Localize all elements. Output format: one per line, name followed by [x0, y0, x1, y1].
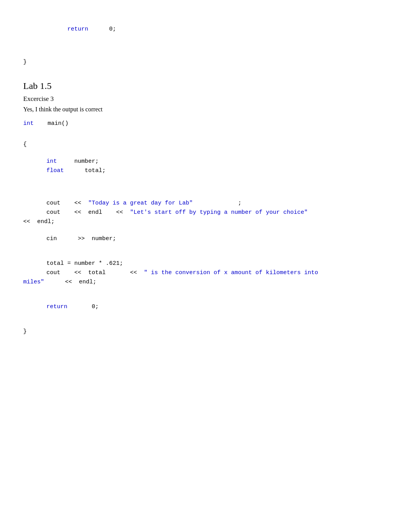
top-return-keyword: return [67, 26, 88, 32]
main-code-block: int main() { int number; float total; co… [23, 119, 372, 336]
main-func: main() [34, 120, 68, 127]
int-number-line: int number; [23, 157, 372, 166]
top-return-line: return 0; [23, 15, 372, 43]
int-number-keyword: int [46, 158, 57, 165]
cout2-line: cout << endl << "Let's start off by typi… [23, 208, 372, 217]
cout2-endl-line: << endl; [23, 217, 372, 227]
miles-suffix: miles" [23, 279, 44, 285]
cout2-pre: cout << endl << [46, 209, 130, 216]
cout3-string: " is the conversion of x amount of kilom… [144, 269, 318, 276]
top-return-value: 0; [88, 26, 116, 32]
cout3-endl: << endl; [44, 279, 96, 285]
total-calc-line: total = number * .621; [23, 259, 372, 268]
return-line: return 0; [23, 302, 372, 312]
total-decl: total; [64, 167, 106, 174]
closing-brace: } [23, 327, 372, 336]
answer-text: Yes, I think the output is correct [23, 106, 372, 113]
open-brace-line: { [23, 140, 372, 149]
float-total-line: float total; [23, 166, 372, 176]
cout2-string: "Let's start off by typing a number of y… [130, 209, 308, 216]
cout1-pre: cout << [46, 200, 88, 206]
int-keyword: int [23, 120, 34, 127]
float-keyword: float [46, 167, 64, 174]
top-closing-brace: } [23, 59, 372, 65]
cout1-post: ; [193, 200, 241, 206]
cout3-pre: cout << total << [46, 269, 144, 276]
int-main-line: int main() [23, 119, 372, 128]
cin-line: cin >> number; [23, 234, 372, 244]
page-content: return 0; } Lab 1.5 Excercise 3 Yes, I t… [23, 15, 372, 336]
lab-heading: Lab 1.5 [23, 81, 372, 91]
top-code-block: return 0; [23, 15, 372, 43]
cout3-line: cout << total << " is the conversion of … [23, 268, 372, 278]
exercise-label: Excercise 3 [23, 95, 372, 103]
cout1-line: cout << "Today is a great day for Lab" ; [23, 199, 372, 208]
cout1-string: "Today is a great day for Lab" [88, 200, 193, 206]
cout3-miles-line: miles" << endl; [23, 278, 372, 287]
return-value: 0; [67, 304, 99, 310]
number-decl: number; [57, 158, 99, 165]
total-calc: total = number * .621; [46, 260, 123, 267]
endl-prefix: << endl; [23, 218, 55, 225]
cin-text: cin >> number; [46, 235, 116, 242]
return-keyword: return [46, 304, 67, 310]
